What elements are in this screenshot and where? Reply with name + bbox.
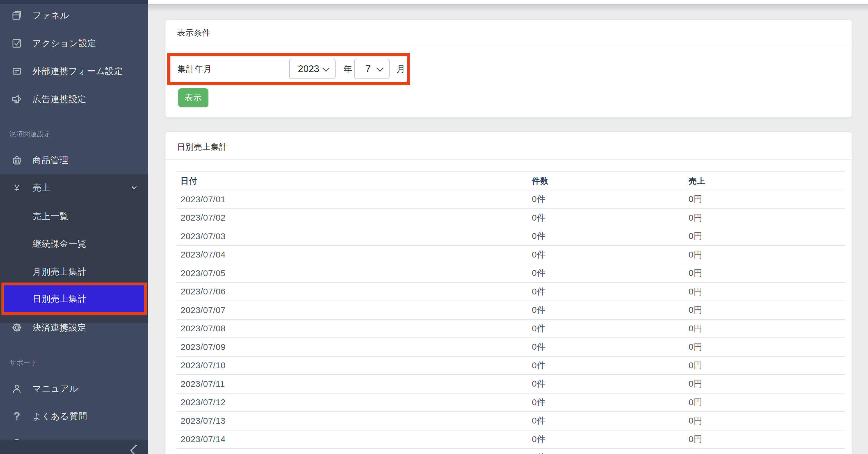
sidebar-item-ad-integration-settings[interactable]: 広告連携設定 <box>0 89 148 110</box>
yen-icon: ¥ <box>10 182 23 194</box>
table-row: 2023/07/090件0円 <box>177 338 845 356</box>
column-header-date: 日付 <box>177 172 528 190</box>
sidebar-item-payment-integration-settings[interactable]: 決済連携設定 <box>0 317 148 338</box>
sidebar-item-label: ファネル <box>32 9 69 22</box>
aggregation-month-label: 集計年月 <box>177 63 212 75</box>
amount-cell: 0円 <box>685 190 845 209</box>
sidebar-item-action-settings[interactable]: アクション設定 <box>0 33 148 54</box>
chevron-down-icon <box>322 64 330 72</box>
divider <box>165 159 852 160</box>
amount-cell: 0円 <box>685 375 845 393</box>
table-row: 2023/07/110件0円 <box>177 375 845 393</box>
amount-cell: 0円 <box>685 319 845 338</box>
sidebar-item-external-form-settings[interactable]: 外部連携フォーム設定 <box>0 61 148 82</box>
amount-cell: 0円 <box>685 412 845 430</box>
daily-sales-summary-page: { "sidebar": { "top_items": [ {"label": … <box>0 0 868 454</box>
sidebar-item-recurring-billing-list[interactable]: 継続課金一覧 <box>0 233 148 254</box>
amount-cell: 0円 <box>685 356 845 375</box>
sidebar-item-label: 日別売上集計 <box>32 293 87 305</box>
count-cell: 0件 <box>528 301 685 319</box>
date-cell: 2023/07/04 <box>177 246 528 264</box>
count-cell: 0件 <box>528 338 685 356</box>
count-cell: 0件 <box>528 283 685 301</box>
chevron-down-icon <box>376 64 383 72</box>
column-header-sales: 売上 <box>685 172 845 190</box>
sidebar-item-label: 外部連携フォーム設定 <box>32 65 123 77</box>
basket-icon <box>10 154 23 166</box>
date-cell: 2023/07/09 <box>177 338 528 356</box>
divider <box>165 46 852 46</box>
table-row: 2023/07/130件0円 <box>177 412 845 430</box>
date-cell: 2023/07/13 <box>177 412 528 430</box>
megaphone-icon <box>10 93 23 106</box>
sidebar-item-daily-sales-summary[interactable]: 日別売上集計 <box>4 285 144 312</box>
table-row: 2023/07/100件0円 <box>177 356 845 375</box>
amount-cell: 0円 <box>685 209 845 227</box>
table-row: 2023/07/040件0円 <box>177 246 845 264</box>
table-row: 2023/07/020件0円 <box>177 209 845 227</box>
checkbox-check-icon <box>10 37 23 49</box>
sidebar-item-manual[interactable]: マニュアル <box>0 378 148 399</box>
filter-card-title: 表示条件 <box>177 27 211 38</box>
table-row: 2023/07/150件0円 <box>177 449 845 454</box>
date-cell: 2023/07/05 <box>177 264 528 283</box>
gear-icon <box>10 321 23 334</box>
annotation-box-aggregation-month: 集計年月 2023 年 7 月 <box>167 53 410 85</box>
show-button[interactable]: 表示 <box>178 88 209 107</box>
daily-sales-table: 日付 件数 売上 2023/07/010件0円 2023/07/020件0円 2… <box>177 171 845 454</box>
table-header-row: 日付 件数 売上 <box>177 172 845 190</box>
count-cell: 0件 <box>528 412 685 430</box>
amount-cell: 0円 <box>685 264 845 283</box>
year-select[interactable]: 2023 <box>289 59 336 79</box>
daily-sales-card: 日別売上集計 日付 件数 売上 2023/07/010件0円 2023/07/0… <box>165 132 852 454</box>
month-select[interactable]: 7 <box>354 59 390 79</box>
count-cell: 0件 <box>528 430 685 449</box>
date-cell: 2023/07/02 <box>177 209 528 227</box>
count-cell: 0件 <box>528 356 685 375</box>
sidebar-item-label: 広告連携設定 <box>32 93 87 105</box>
date-cell: 2023/07/03 <box>177 227 528 246</box>
table-row: 2023/07/080件0円 <box>177 319 845 338</box>
sidebar-item-label: 売上 <box>32 182 51 194</box>
top-header-edge <box>148 0 868 4</box>
table-row: 2023/07/070件0円 <box>177 301 845 319</box>
count-cell: 0件 <box>528 209 685 227</box>
count-cell: 0件 <box>528 375 685 393</box>
table-row: 2023/07/140件0円 <box>177 430 845 449</box>
count-cell: 0件 <box>528 227 685 246</box>
question-icon: ? <box>10 410 23 423</box>
sidebar-item-label: 商品管理 <box>32 154 68 166</box>
table-row: 2023/07/050件0円 <box>177 264 845 283</box>
amount-cell: 0円 <box>685 430 845 449</box>
date-cell: 2023/07/08 <box>177 319 528 338</box>
sidebar: ファネル アクション設定 外部連携フォーム設定 <box>0 0 148 454</box>
table-row: 2023/07/120件0円 <box>177 393 845 412</box>
sidebar-item-label: よくある質問 <box>32 410 87 422</box>
sidebar-bottom-bar <box>0 440 148 454</box>
sidebar-item-faq[interactable]: ? よくある質問 <box>0 406 148 427</box>
year-unit-label: 年 <box>343 63 352 75</box>
amount-cell: 0円 <box>685 338 845 356</box>
sidebar-item-sales-list[interactable]: 売上一覧 <box>0 206 148 227</box>
header-shadow <box>148 4 868 12</box>
daily-sales-card-title: 日別売上集計 <box>177 142 227 152</box>
table-row: 2023/07/010件0円 <box>177 190 845 209</box>
funnel-icon <box>10 9 23 21</box>
amount-cell: 0円 <box>685 301 845 319</box>
filter-card: 表示条件 集計年月 2023 年 7 月 表示 <box>165 20 852 117</box>
date-cell: 2023/07/15 <box>177 449 528 454</box>
chevron-left-icon[interactable] <box>127 444 140 454</box>
month-unit-label: 月 <box>397 63 405 75</box>
sidebar-item-sales[interactable]: ¥ 売上 <box>0 177 148 198</box>
sidebar-item-product-management[interactable]: 商品管理 <box>0 150 148 171</box>
amount-cell: 0円 <box>685 227 845 246</box>
annotation-box-daily-sales-summary: 日別売上集計 <box>1 283 147 315</box>
date-cell: 2023/07/01 <box>177 190 528 209</box>
sidebar-top-strip <box>0 0 148 4</box>
sidebar-item-monthly-sales-summary[interactable]: 月別売上集計 <box>0 261 148 282</box>
month-select-value: 7 <box>355 63 377 75</box>
amount-cell: 0円 <box>685 393 845 412</box>
count-cell: 0件 <box>528 246 685 264</box>
sidebar-item-funnel[interactable]: ファネル <box>0 5 148 26</box>
amount-cell: 0円 <box>685 449 845 454</box>
